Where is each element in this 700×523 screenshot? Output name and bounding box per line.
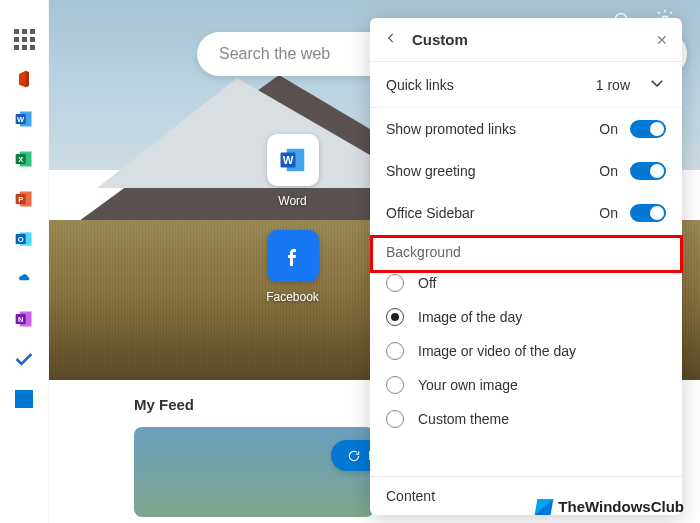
outlook-icon[interactable]: O: [13, 228, 35, 250]
svg-rect-15: [15, 390, 33, 408]
radio-label: Your own image: [418, 377, 518, 393]
quicklinks-row[interactable]: Quick links 1 row: [370, 62, 682, 108]
search-placeholder: Search the web: [219, 45, 330, 63]
radio-icon: [386, 376, 404, 394]
toggle-state: On: [599, 205, 618, 221]
radio-custom-theme[interactable]: Custom theme: [370, 402, 682, 436]
feed-card[interactable]: [134, 427, 374, 517]
radio-icon: [386, 410, 404, 428]
radio-icon: [386, 274, 404, 292]
toggle-switch[interactable]: [630, 120, 666, 138]
quicklink-word[interactable]: W Word: [240, 134, 345, 230]
toggle-row-promoted: Show promoted links On: [370, 108, 682, 150]
watermark-logo-icon: [535, 499, 554, 515]
watermark: TheWindowsClub: [536, 498, 684, 515]
radio-label: Custom theme: [418, 411, 509, 427]
radio-label: Image or video of the day: [418, 343, 576, 359]
app-launcher-icon[interactable]: [13, 28, 35, 50]
app-tile-icon[interactable]: [13, 388, 35, 410]
powerpoint-icon[interactable]: P: [13, 188, 35, 210]
panel-title: Custom: [412, 31, 656, 48]
radio-icon: [386, 342, 404, 360]
todo-icon[interactable]: [13, 348, 35, 370]
toggle-row-office-sidebar: Office Sidebar On: [370, 192, 682, 234]
toggle-state: On: [599, 163, 618, 179]
quicklink-facebook[interactable]: Facebook: [240, 230, 345, 326]
radio-image-of-day[interactable]: Image of the day: [370, 300, 682, 334]
tile-label: Facebook: [266, 290, 319, 304]
radio-own-image[interactable]: Your own image: [370, 368, 682, 402]
svg-text:O: O: [18, 235, 24, 244]
radio-label: Image of the day: [418, 309, 522, 325]
toggle-label: Show greeting: [386, 163, 476, 179]
quicklinks-value: 1 row: [596, 77, 630, 93]
radio-off[interactable]: Off: [370, 266, 682, 300]
word-icon[interactable]: W: [13, 108, 35, 130]
quicklinks-label: Quick links: [386, 77, 454, 93]
watermark-text: TheWindowsClub: [558, 498, 684, 515]
svg-text:P: P: [18, 195, 23, 204]
page-settings-panel: Custom ✕ Quick links 1 row Show promoted…: [370, 18, 682, 515]
radio-icon: [386, 308, 404, 326]
svg-text:N: N: [18, 315, 23, 324]
svg-text:X: X: [18, 155, 23, 164]
back-icon[interactable]: [384, 31, 398, 48]
svg-text:W: W: [282, 154, 293, 166]
onedrive-icon[interactable]: [13, 268, 35, 290]
toggle-row-greeting: Show greeting On: [370, 150, 682, 192]
office-sidebar: W X P O N: [0, 0, 49, 523]
toggle-label: Show promoted links: [386, 121, 516, 137]
chevron-down-icon: [648, 74, 666, 95]
toggle-label: Office Sidebar: [386, 205, 474, 221]
toggle-switch[interactable]: [630, 204, 666, 222]
svg-text:W: W: [17, 115, 25, 124]
toggle-state: On: [599, 121, 618, 137]
tile-label: Word: [278, 194, 306, 208]
radio-label: Off: [418, 275, 436, 291]
onenote-icon[interactable]: N: [13, 308, 35, 330]
office-icon[interactable]: [13, 68, 35, 90]
excel-icon[interactable]: X: [13, 148, 35, 170]
radio-image-or-video[interactable]: Image or video of the day: [370, 334, 682, 368]
close-icon[interactable]: ✕: [656, 32, 668, 48]
toggle-switch[interactable]: [630, 162, 666, 180]
background-section-label: Background: [370, 234, 682, 266]
